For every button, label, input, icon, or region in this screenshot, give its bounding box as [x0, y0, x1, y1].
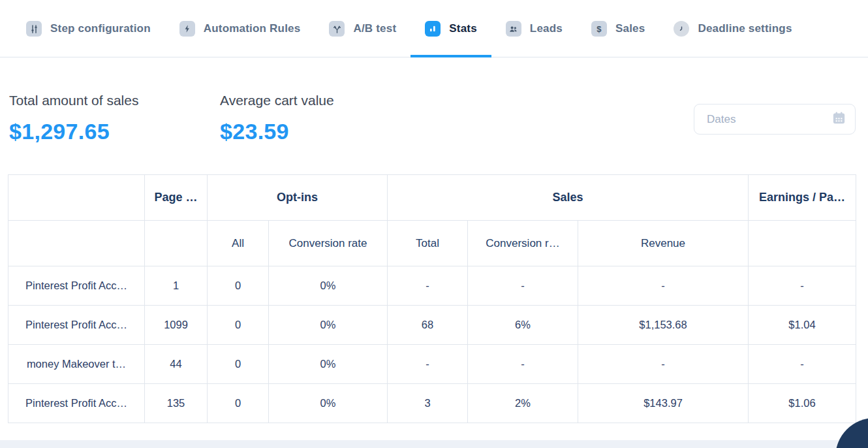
- header-blank: [8, 175, 145, 221]
- tab-label: Step configuration: [50, 22, 151, 35]
- optins-conversion-cell: 0%: [269, 306, 388, 345]
- dates-input[interactable]: [705, 112, 831, 127]
- people-icon: [506, 21, 521, 37]
- split-arrows-icon: [329, 21, 345, 37]
- optins-conversion-cell: 0%: [269, 266, 388, 306]
- subheader-blank: [749, 221, 856, 266]
- page-views-cell: 1: [145, 266, 208, 306]
- stats-table: Page … Opt-ins Sales Earnings / Pa… All …: [8, 174, 856, 423]
- tab-label: Sales: [615, 22, 645, 35]
- dates-filter-field[interactable]: [694, 104, 856, 135]
- horizontal-scrollbar-track[interactable]: [0, 440, 868, 448]
- subheader-blank: [145, 221, 208, 266]
- table-row: Pinterest Profit Acc… 1099 0 0% 68 6% $1…: [8, 306, 856, 345]
- revenue-cell: $143.97: [578, 384, 749, 423]
- sliders-icon: [26, 21, 42, 37]
- clock-icon: [674, 21, 689, 37]
- optins-conversion-cell: 0%: [269, 345, 388, 384]
- tab-label: Leads: [530, 22, 563, 35]
- optins-conversion-cell: 0%: [269, 384, 388, 423]
- sales-conversion-cell: -: [468, 266, 578, 306]
- metric-total-sales: Total amount of sales $1,297.65: [9, 93, 220, 144]
- metric-value: $23.59: [220, 119, 431, 144]
- revenue-cell: -: [578, 266, 749, 306]
- funnel-step-name-cell: money Makeover t…: [8, 345, 145, 384]
- header-earnings: Earnings / Pa…: [749, 175, 856, 221]
- earnings-cell: -: [749, 266, 856, 306]
- tab-deadline-settings[interactable]: Deadline settings: [659, 0, 806, 57]
- metric-average-cart: Average cart value $23.59: [220, 93, 431, 144]
- tab-step-configuration[interactable]: Step configuration: [12, 0, 165, 57]
- table-row: Pinterest Profit Acc… 135 0 0% 3 2% $143…: [8, 384, 856, 423]
- funnel-step-name-cell: Pinterest Profit Acc…: [8, 306, 145, 345]
- tab-label: Deadline settings: [698, 22, 792, 35]
- earnings-cell: $1.04: [749, 306, 856, 345]
- page-views-cell: 44: [145, 345, 208, 384]
- sales-total-cell: -: [388, 345, 468, 384]
- optins-all-cell: 0: [208, 266, 269, 306]
- metric-label: Total amount of sales: [9, 93, 220, 108]
- sales-conversion-cell: 2%: [468, 384, 578, 423]
- page-views-cell: 1099: [145, 306, 208, 345]
- optins-all-cell: 0: [208, 384, 269, 423]
- funnel-step-name-cell: Pinterest Profit Acc…: [8, 266, 145, 306]
- funnel-tab-bar: Step configuration Automation Rules A/B …: [0, 0, 868, 57]
- header-optins-group: Opt-ins: [208, 175, 388, 221]
- calendar-icon[interactable]: [831, 110, 846, 128]
- subheader-sales-total: Total: [388, 221, 468, 266]
- earnings-cell: $1.06: [749, 384, 856, 423]
- sales-conversion-cell: 6%: [468, 306, 578, 345]
- tab-stats[interactable]: Stats: [411, 0, 491, 57]
- revenue-cell: $1,153.68: [578, 306, 749, 345]
- tab-sales[interactable]: $ Sales: [577, 0, 659, 57]
- tab-automation-rules[interactable]: Automation Rules: [165, 0, 315, 57]
- tab-label: A/B test: [353, 22, 396, 35]
- subheader-blank: [8, 221, 145, 266]
- table-group-header-row: Page … Opt-ins Sales Earnings / Pa…: [8, 175, 856, 221]
- optins-all-cell: 0: [208, 345, 269, 384]
- lightning-icon: [179, 21, 195, 37]
- subheader-sales-revenue: Revenue: [578, 221, 749, 266]
- page-views-cell: 135: [145, 384, 208, 423]
- dollar-icon: $: [591, 21, 607, 37]
- metric-label: Average cart value: [220, 93, 431, 108]
- sales-total-cell: 68: [388, 306, 468, 345]
- tab-label: Stats: [449, 22, 477, 35]
- tab-label: Automation Rules: [204, 22, 301, 35]
- sales-total-cell: 3: [388, 384, 468, 423]
- table-row: money Makeover t… 44 0 0% - - - -: [8, 345, 856, 384]
- header-page: Page …: [145, 175, 208, 221]
- subheader-optins-conversion: Conversion rate: [269, 221, 388, 266]
- metric-value: $1,297.65: [9, 119, 220, 144]
- earnings-cell: -: [749, 345, 856, 384]
- subheader-optins-all: All: [208, 221, 269, 266]
- bar-chart-icon: [425, 21, 441, 37]
- revenue-cell: -: [578, 345, 749, 384]
- tab-leads[interactable]: Leads: [491, 0, 577, 57]
- stats-page: Step configuration Automation Rules A/B …: [0, 0, 868, 448]
- subheader-sales-conversion: Conversion r…: [468, 221, 578, 266]
- funnel-step-name-cell: Pinterest Profit Acc…: [8, 384, 145, 423]
- tab-ab-test[interactable]: A/B test: [315, 0, 411, 57]
- header-sales-group: Sales: [388, 175, 749, 221]
- optins-all-cell: 0: [208, 306, 269, 345]
- sales-total-cell: -: [388, 266, 468, 306]
- sales-conversion-cell: -: [468, 345, 578, 384]
- table-sub-header-row: All Conversion rate Total Conversion r… …: [8, 221, 856, 266]
- table-row: Pinterest Profit Acc… 1 0 0% - - - -: [8, 266, 856, 306]
- summary-metrics: Total amount of sales $1,297.65 Average …: [9, 93, 431, 144]
